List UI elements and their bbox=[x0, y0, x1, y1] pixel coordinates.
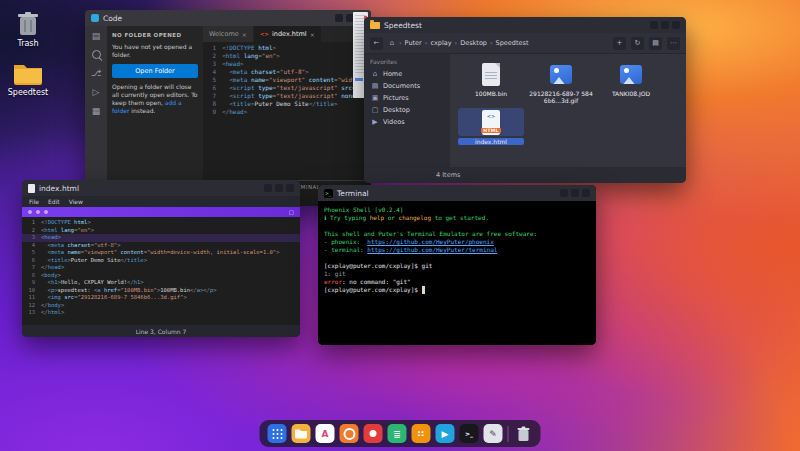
window-title: index.html bbox=[39, 184, 79, 193]
extensions-icon[interactable]: ▦ bbox=[89, 106, 103, 116]
files-titlebar[interactable]: Speedtest bbox=[364, 17, 686, 33]
close-button[interactable] bbox=[286, 184, 294, 192]
files-sidebar: Favorites ⌂Home▤Documents▣Pictures▢Deskt… bbox=[364, 54, 450, 167]
maximize-button[interactable] bbox=[571, 189, 579, 197]
folder-icon bbox=[0, 60, 56, 86]
run-debug-icon[interactable]: ▷ bbox=[89, 87, 103, 97]
maximize-button[interactable] bbox=[661, 21, 669, 29]
breadcrumb-separator: › bbox=[425, 39, 428, 47]
window-title: Code bbox=[103, 14, 122, 23]
close-button[interactable] bbox=[672, 21, 680, 29]
editor-statusbar: Line 3, Column 7 bbox=[22, 325, 300, 337]
editor-titlebar[interactable]: index.html bbox=[22, 180, 300, 196]
close-tab-icon[interactable]: × bbox=[310, 31, 315, 38]
pictures-icon: ▣ bbox=[371, 94, 379, 102]
sidebar-item-label: Pictures bbox=[383, 94, 409, 102]
taskbar-app-files[interactable] bbox=[292, 424, 311, 443]
breadcrumb-item[interactable]: Desktop bbox=[460, 39, 487, 47]
breadcrumb-separator: › bbox=[455, 39, 458, 47]
sidebar-item-desktop[interactable]: ▢Desktop bbox=[368, 104, 446, 116]
taskbar-app-camera[interactable] bbox=[340, 424, 359, 443]
file-item[interactable]: <>HTMLindex.html bbox=[458, 108, 524, 145]
tab-index-html[interactable]: <> index.html × bbox=[254, 26, 322, 42]
app-center-icon: A bbox=[322, 429, 329, 439]
taskbar-app-launcher[interactable] bbox=[268, 424, 287, 443]
taskbar-trash[interactable] bbox=[514, 424, 533, 443]
vscode-window: Code ▤ ⎇ ▷ ▦ NO FOLDER OPENED You have n… bbox=[85, 10, 371, 206]
vscode-titlebar[interactable]: Code bbox=[85, 10, 371, 26]
menu-edit[interactable]: Edit bbox=[48, 198, 60, 205]
documents-icon: ▤ bbox=[371, 82, 379, 90]
html-file-icon: <>HTML bbox=[482, 110, 500, 135]
taskbar-app-player[interactable]: ▶ bbox=[436, 424, 455, 443]
editor-tabs: Welcome × <> index.html × bbox=[203, 26, 371, 42]
layout-button[interactable]: ▤ bbox=[649, 37, 662, 50]
sidebar-item-home[interactable]: ⌂Home bbox=[368, 68, 446, 80]
minimize-button[interactable] bbox=[650, 21, 658, 29]
new-item-button[interactable]: + bbox=[613, 37, 626, 50]
taskbar-app-calculator[interactable]: ∷ bbox=[412, 424, 431, 443]
menu-file[interactable]: File bbox=[29, 198, 39, 205]
favorites-header: Favorites bbox=[370, 58, 446, 65]
more-button[interactable]: ⋯ bbox=[667, 37, 680, 50]
files-toolbar: ← ⌂ ›Puter›cxplay›Desktop›Speedtest + ↻ … bbox=[364, 33, 686, 54]
editor-icon: ✎ bbox=[489, 429, 497, 439]
player-icon: ▶ bbox=[442, 429, 449, 439]
file-item[interactable]: 29128216-689-7 5846b6...3d.gif bbox=[528, 60, 594, 104]
breadcrumb-item[interactable]: Puter bbox=[405, 39, 422, 47]
breadcrumb-item[interactable]: Speedtest bbox=[496, 39, 529, 47]
taskbar-app-app-center[interactable]: A bbox=[316, 424, 335, 443]
minimize-button[interactable] bbox=[335, 14, 343, 22]
menu-view[interactable]: View bbox=[69, 198, 83, 205]
search-icon[interactable] bbox=[92, 50, 101, 59]
window-controls bbox=[264, 184, 294, 192]
sidebar-item-pictures[interactable]: ▣Pictures bbox=[368, 92, 446, 104]
window-controls bbox=[650, 21, 680, 29]
toolbar-dot-icon[interactable] bbox=[44, 210, 48, 214]
recorder-icon bbox=[370, 430, 377, 437]
vscode-code-area[interactable]: 1<!DOCTYPE html>2<html lang="en">3<head>… bbox=[203, 42, 371, 180]
minimize-button[interactable] bbox=[264, 184, 272, 192]
toolbar-dot-icon[interactable] bbox=[36, 210, 40, 214]
tab-welcome[interactable]: Welcome × bbox=[203, 26, 254, 42]
sidebar-item-videos[interactable]: ▶Videos bbox=[368, 116, 446, 128]
home-icon[interactable]: ⌂ bbox=[388, 39, 396, 47]
desktop-icon-label: Speedtest bbox=[0, 88, 56, 97]
taskbar-app-recorder[interactable] bbox=[364, 424, 383, 443]
explorer-section-header[interactable]: NO FOLDER OPENED bbox=[112, 31, 198, 39]
terminal-titlebar[interactable]: >_ Terminal bbox=[318, 185, 596, 201]
close-tab-icon[interactable]: × bbox=[242, 31, 247, 38]
refresh-button[interactable]: ↻ bbox=[631, 37, 644, 50]
desktop-icon-label: Trash bbox=[0, 39, 56, 48]
file-name: 29128216-689-7 5846b6...3d.gif bbox=[528, 90, 594, 104]
desktop-icon-speedtest[interactable]: Speedtest bbox=[0, 60, 56, 97]
back-button[interactable]: ← bbox=[370, 37, 383, 50]
editor-code-area[interactable]: 1<!DOCTYPE html>2<html lang="en">3<head>… bbox=[22, 217, 300, 325]
activity-bar: ▤ ⎇ ▷ ▦ bbox=[85, 26, 107, 204]
expand-icon[interactable]: ▢ bbox=[289, 209, 294, 215]
items-count: 4 Items bbox=[436, 171, 460, 179]
vscode-icon bbox=[91, 14, 99, 22]
maximize-button[interactable] bbox=[275, 184, 283, 192]
breadcrumb-item[interactable]: cxplay bbox=[430, 39, 451, 47]
minimize-button[interactable] bbox=[560, 189, 568, 197]
toolbar-dot-icon[interactable] bbox=[28, 210, 32, 214]
explorer-icon[interactable]: ▤ bbox=[89, 31, 103, 41]
editor-toolbar: ▢ bbox=[22, 207, 300, 217]
close-button[interactable] bbox=[582, 189, 590, 197]
source-control-icon[interactable]: ⎇ bbox=[89, 68, 103, 78]
open-folder-button[interactable]: Open Folder bbox=[112, 64, 198, 78]
taskbar-divider bbox=[508, 426, 509, 442]
no-folder-message: You have not yet opened a folder. bbox=[112, 43, 198, 59]
sidebar-item-documents[interactable]: ▤Documents bbox=[368, 80, 446, 92]
camera-icon bbox=[343, 428, 355, 440]
file-item[interactable]: TANKI08.JOD bbox=[598, 60, 664, 104]
terminal-output[interactable]: Phoenix Shell [v0.2.4]ℹ Try typing help … bbox=[318, 201, 596, 345]
desktop-icon-trash[interactable]: Trash bbox=[0, 10, 56, 48]
taskbar-app-terminal[interactable]: >_ bbox=[460, 424, 479, 443]
taskbar-app-editor[interactable]: ✎ bbox=[484, 424, 503, 443]
desktop-icon: ▢ bbox=[371, 106, 379, 114]
file-item[interactable]: 100MB.bin bbox=[458, 60, 524, 104]
taskbar-app-notes[interactable]: ≣ bbox=[388, 424, 407, 443]
files-statusbar: 4 Items bbox=[364, 167, 686, 183]
